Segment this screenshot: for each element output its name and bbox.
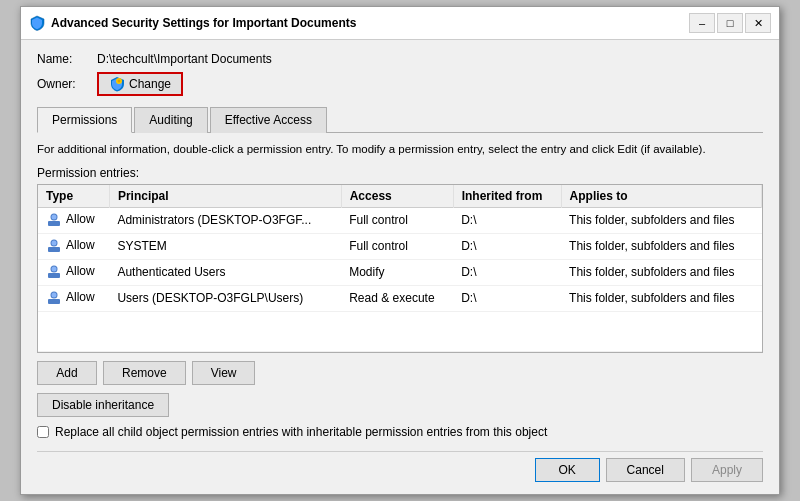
table-row[interactable]: Allow Authenticated Users Modify D:\ Thi…	[38, 259, 762, 285]
svg-rect-4	[48, 247, 60, 252]
table-header-row: Type Principal Access Inherited from App…	[38, 185, 762, 208]
window-title: Advanced Security Settings for Important…	[51, 16, 356, 30]
main-window: Advanced Security Settings for Important…	[20, 6, 780, 494]
close-button[interactable]: ✕	[745, 13, 771, 33]
minimize-button[interactable]: –	[689, 13, 715, 33]
section-label: Permission entries:	[37, 166, 763, 180]
col-applies: Applies to	[561, 185, 761, 208]
row3-inherited: D:\	[453, 259, 561, 285]
description-text: For additional information, double-click…	[37, 141, 763, 157]
svg-rect-1	[48, 221, 60, 226]
add-button[interactable]: Add	[37, 361, 97, 385]
owner-row: Owner: Change	[37, 72, 763, 96]
col-access: Access	[341, 185, 453, 208]
col-type: Type	[38, 185, 109, 208]
bottom-buttons: OK Cancel Apply	[37, 451, 763, 482]
user-icon	[46, 289, 62, 305]
col-inherited: Inherited from	[453, 185, 561, 208]
svg-point-3	[52, 214, 57, 219]
disable-inheritance-button[interactable]: Disable inheritance	[37, 393, 169, 417]
svg-point-9	[52, 266, 57, 271]
view-button[interactable]: View	[192, 361, 256, 385]
name-row: Name: D:\techcult\Important Documents	[37, 52, 763, 66]
row4-type: Allow	[38, 285, 109, 311]
checkbox-label: Replace all child object permission entr…	[55, 425, 547, 439]
row4-access: Read & execute	[341, 285, 453, 311]
row2-type: Allow	[38, 233, 109, 259]
table-row[interactable]: Allow Users (DESKTOP-O3FGLP\Users) Read …	[38, 285, 762, 311]
ok-button[interactable]: OK	[535, 458, 600, 482]
col-principal: Principal	[109, 185, 341, 208]
row3-applies: This folder, subfolders and files	[561, 259, 761, 285]
row1-inherited: D:\	[453, 207, 561, 233]
svg-rect-10	[48, 299, 60, 304]
inherit-button-container: Disable inheritance	[37, 393, 763, 425]
svg-rect-7	[48, 273, 60, 278]
user-icon	[46, 237, 62, 253]
svg-point-6	[52, 240, 57, 245]
tab-effective-access[interactable]: Effective Access	[210, 107, 327, 133]
empty-row	[38, 311, 762, 351]
user-icon	[46, 263, 62, 279]
row3-type: Allow	[38, 259, 109, 285]
tab-auditing[interactable]: Auditing	[134, 107, 207, 133]
row2-access: Full control	[341, 233, 453, 259]
change-button[interactable]: Change	[97, 72, 183, 96]
row1-principal: Administrators (DESKTOP-O3FGF...	[109, 207, 341, 233]
name-label: Name:	[37, 52, 97, 66]
shield-icon	[109, 76, 125, 92]
maximize-button[interactable]: □	[717, 13, 743, 33]
svg-point-12	[52, 292, 57, 297]
title-bar: Advanced Security Settings for Important…	[21, 7, 779, 40]
row1-type: Allow	[38, 207, 109, 233]
dialog-content: Name: D:\techcult\Important Documents Ow…	[21, 40, 779, 493]
row3-access: Modify	[341, 259, 453, 285]
table-row[interactable]: Allow Administrators (DESKTOP-O3FGF... F…	[38, 207, 762, 233]
permission-table: Type Principal Access Inherited from App…	[38, 185, 762, 352]
title-controls: – □ ✕	[689, 13, 771, 33]
row4-principal: Users (DESKTOP-O3FGLP\Users)	[109, 285, 341, 311]
title-bar-left: Advanced Security Settings for Important…	[29, 15, 356, 31]
action-buttons: Add Remove View	[37, 361, 763, 385]
checkbox-row: Replace all child object permission entr…	[37, 425, 763, 439]
tab-bar: Permissions Auditing Effective Access	[37, 106, 763, 133]
apply-button[interactable]: Apply	[691, 458, 763, 482]
row3-principal: Authenticated Users	[109, 259, 341, 285]
row2-inherited: D:\	[453, 233, 561, 259]
row2-principal: SYSTEM	[109, 233, 341, 259]
owner-label: Owner:	[37, 77, 97, 91]
change-button-label: Change	[129, 77, 171, 91]
remove-button[interactable]: Remove	[103, 361, 186, 385]
row1-applies: This folder, subfolders and files	[561, 207, 761, 233]
name-value: D:\techcult\Important Documents	[97, 52, 272, 66]
user-icon	[46, 211, 62, 227]
row2-applies: This folder, subfolders and files	[561, 233, 761, 259]
replace-permissions-checkbox[interactable]	[37, 426, 49, 438]
table-row[interactable]: Allow SYSTEM Full control D:\ This folde…	[38, 233, 762, 259]
row4-applies: This folder, subfolders and files	[561, 285, 761, 311]
row4-inherited: D:\	[453, 285, 561, 311]
row1-access: Full control	[341, 207, 453, 233]
window-icon	[29, 15, 45, 31]
tab-permissions[interactable]: Permissions	[37, 107, 132, 133]
permission-table-container: Type Principal Access Inherited from App…	[37, 184, 763, 353]
cancel-button[interactable]: Cancel	[606, 458, 685, 482]
